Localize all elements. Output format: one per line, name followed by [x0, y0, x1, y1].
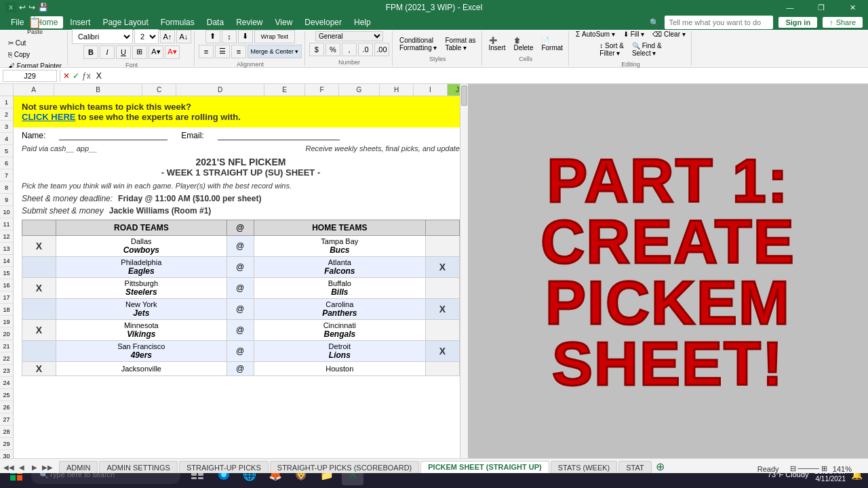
wrap-text-button[interactable]: Wrap Text [254, 30, 295, 43]
align-middle-button[interactable]: ↕ [222, 30, 237, 43]
paste-button[interactable]: 📋 Paste [24, 16, 45, 37]
clear-button[interactable]: ⌫ Clear ▾ [650, 29, 688, 39]
share-button[interactable]: ↑Share [823, 17, 863, 28]
road-pick-cell[interactable]: X [22, 320, 56, 341]
conditional-formatting-button[interactable]: ConditionalFormatting ▾ [397, 35, 440, 53]
decrease-font-size-button[interactable]: A↓ [176, 30, 191, 43]
road-pick-cell[interactable]: X [22, 362, 56, 376]
align-top-button[interactable]: ⬆ [205, 30, 220, 43]
col-B[interactable]: B [54, 84, 142, 96]
increase-font-size-button[interactable]: A↑ [160, 30, 175, 43]
insert-button[interactable]: ➕Insert [486, 35, 509, 53]
road-pick-cell[interactable] [22, 341, 56, 362]
scroll-tab-left-button[interactable]: ◀ [16, 461, 28, 473]
fill-color-button[interactable]: A▾ [149, 45, 163, 59]
border-button[interactable]: ⊞ [132, 45, 147, 59]
save-icon[interactable]: 💾 [38, 3, 48, 12]
home-pick-cell[interactable] [426, 236, 460, 257]
tab-straight-up-scoreboard[interactable]: STRAIGHT-UP PICKS (SCOREBOARD) [270, 461, 419, 473]
tab-admin-settings[interactable]: ADMIN SETTINGS [99, 461, 178, 473]
align-right-button[interactable]: ≡ [231, 45, 246, 58]
col-F[interactable]: F [305, 84, 339, 96]
name-input[interactable] [59, 130, 167, 140]
table-row[interactable]: San Francisco 49ers @ Detroit Lions X [22, 341, 460, 362]
align-center-button[interactable]: ☰ [215, 45, 230, 58]
font-selector[interactable]: Calibri [72, 29, 133, 44]
percent-button[interactable]: % [326, 43, 340, 56]
bold-button[interactable]: B [83, 45, 98, 59]
col-E[interactable]: E [264, 84, 305, 96]
font-color-button[interactable]: A▾ [165, 45, 180, 59]
click-here-link[interactable]: CLICK HERE [22, 112, 75, 122]
tab-stats-week[interactable]: STATS (WEEK) [551, 461, 618, 473]
scroll-tabs-left-button[interactable]: ◀◀ [3, 461, 15, 473]
currency-button[interactable]: $ [309, 43, 324, 56]
undo-icon[interactable]: ↩ [19, 3, 26, 12]
road-pick-cell[interactable]: X [22, 278, 56, 299]
sheet-cells[interactable]: Not sure which teams to pick this week? … [14, 96, 468, 461]
fill-button[interactable]: ⬇ Fill ▾ [620, 29, 647, 39]
decrease-decimal-button[interactable]: .00 [374, 43, 389, 56]
table-row[interactable]: X Jacksonville @ Houston [22, 362, 460, 376]
table-row[interactable]: Philadelphia Eagles @ Atlanta Falcons X [22, 257, 460, 278]
vertical-scrollbar[interactable] [460, 96, 468, 461]
home-pick-cell[interactable] [426, 278, 460, 299]
email-input[interactable] [218, 130, 340, 140]
menu-review[interactable]: Review [231, 16, 268, 28]
col-A[interactable]: A [14, 84, 54, 96]
redo-icon[interactable]: ↪ [28, 3, 35, 12]
autosum-button[interactable]: Σ AutoSum ▾ [573, 29, 618, 39]
name-box[interactable] [3, 70, 57, 82]
table-row[interactable]: X Dallas Cowboys @ Tampa Bay Bucs [22, 236, 460, 257]
scroll-tabs-right-button[interactable]: ▶▶ [41, 461, 54, 473]
table-row[interactable]: X Minnesota Vikings @ Cincinnati Bengals [22, 320, 460, 341]
cut-button[interactable]: ✂ Cut [5, 38, 64, 48]
copy-button[interactable]: ⎘ Copy [5, 49, 64, 60]
tell-me-input[interactable] [665, 16, 773, 29]
road-pick-cell[interactable] [22, 257, 56, 278]
tab-stat[interactable]: STAT [618, 461, 651, 473]
align-left-button[interactable]: ≡ [199, 45, 214, 58]
col-H[interactable]: H [380, 84, 414, 96]
insert-function-icon[interactable]: ƒx [82, 71, 91, 81]
font-size-selector[interactable]: 24 [134, 29, 159, 44]
format-button[interactable]: 📄Format [538, 35, 566, 53]
home-pick-cell[interactable]: X [426, 257, 460, 278]
tab-pickem-sheet[interactable]: PICKEM SHEET (STRAIGHT UP) [420, 461, 549, 473]
merge-center-button[interactable]: Merge & Center ▾ [248, 45, 302, 58]
align-bottom-button[interactable]: ⬇ [238, 30, 253, 43]
col-D[interactable]: D [176, 84, 264, 96]
menu-page-layout[interactable]: Page Layout [97, 16, 153, 28]
scroll-tab-right-button[interactable]: ▶ [28, 461, 41, 473]
minimize-button[interactable]: — [774, 0, 806, 15]
menu-insert[interactable]: Insert [64, 16, 96, 28]
italic-button[interactable]: I [100, 45, 115, 59]
scrollbar-thumb[interactable] [461, 96, 467, 106]
road-pick-cell[interactable] [22, 299, 56, 320]
cancel-formula-icon[interactable]: ✕ [63, 71, 70, 81]
table-row[interactable]: New York Jets @ Carolina Panthers X [22, 299, 460, 320]
increase-decimal-button[interactable]: .0 [358, 43, 373, 56]
underline-button[interactable]: U [116, 45, 131, 59]
col-G[interactable]: G [339, 84, 380, 96]
number-format-selector[interactable]: General [315, 31, 383, 41]
tab-straight-up-picks[interactable]: STRAIGHT-UP PICKS [179, 461, 269, 473]
menu-data[interactable]: Data [201, 16, 229, 28]
menu-help[interactable]: Help [349, 16, 376, 28]
menu-formulas[interactable]: Formulas [155, 16, 200, 28]
close-button[interactable]: ✕ [837, 0, 868, 15]
maximize-button[interactable]: ❐ [806, 0, 837, 15]
home-pick-cell[interactable]: X [426, 299, 460, 320]
find-select-button[interactable]: 🔍 Find &Select ▾ [629, 41, 665, 58]
menu-developer[interactable]: Developer [299, 16, 347, 28]
formula-input[interactable] [94, 71, 865, 81]
home-pick-cell[interactable]: X [426, 341, 460, 362]
home-pick-cell[interactable] [426, 320, 460, 341]
sign-in-button[interactable]: Sign in [778, 17, 817, 28]
tab-admin[interactable]: ADMIN [59, 461, 98, 473]
menu-view[interactable]: View [270, 16, 298, 28]
table-row[interactable]: X Pittsburgh Steelers @ Buffalo Bills [22, 278, 460, 299]
delete-button[interactable]: 🗑Delete [511, 35, 536, 53]
add-sheet-button[interactable]: ⊕ [656, 460, 665, 473]
comma-button[interactable]: , [342, 43, 357, 56]
